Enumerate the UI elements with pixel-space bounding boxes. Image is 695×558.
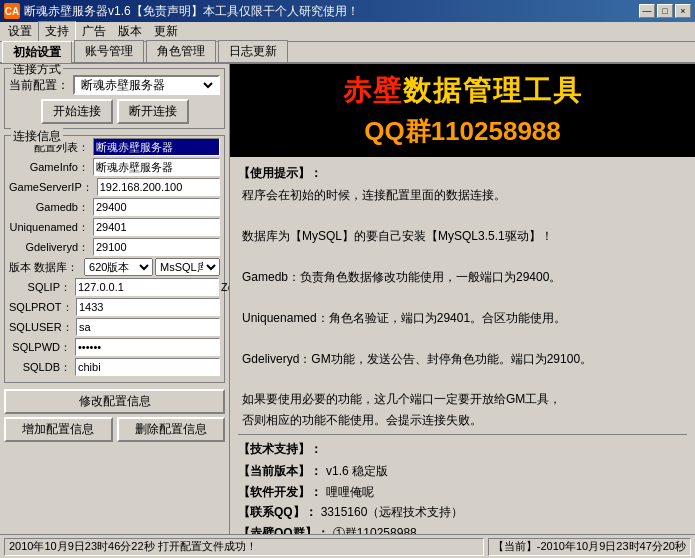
tech-line-3: 【联系QQ】： 3315160（远程技术支持） bbox=[238, 502, 687, 522]
zone-label: Zone： bbox=[221, 280, 230, 295]
usage-line-1: 程序会在初始的时候，连接配置里面的数据连接。 bbox=[242, 185, 687, 205]
gameserverip-value: 192.168.200.100 bbox=[97, 178, 220, 196]
app-icon: CA bbox=[4, 3, 20, 19]
usage-line-6 bbox=[242, 287, 687, 307]
banner-title-part1: 赤壁 bbox=[343, 75, 403, 106]
current-config-label: 当前配置： bbox=[9, 77, 69, 94]
tech-label-2: 【软件开发】： bbox=[238, 482, 322, 502]
menu-ads[interactable]: 广告 bbox=[76, 22, 112, 41]
tech-line-1: 【当前版本】： v1.6 稳定版 bbox=[238, 461, 687, 481]
connect-buttons: 开始连接 断开连接 bbox=[9, 99, 220, 124]
gamedb-value: 29400 bbox=[93, 198, 220, 216]
sqlpwd-row: SQLPWD： bbox=[9, 338, 220, 356]
sqluser-label: SQLUSER： bbox=[9, 320, 72, 335]
maximize-button[interactable]: □ bbox=[657, 4, 673, 18]
menu-bar: 设置 支持 广告 版本 更新 bbox=[0, 22, 695, 42]
sqlprot-input[interactable] bbox=[76, 298, 220, 316]
uniquenamed-row: Uniquenamed： 29401 bbox=[9, 218, 220, 236]
status-bar: 2010年10月9日23时46分22秒 打开配置文件成功！ 【当前】-2010年… bbox=[0, 534, 695, 558]
gameinfo-row: GameInfo： 断魂赤壁服务器 bbox=[9, 158, 220, 176]
bottom-buttons: 修改配置信息 增加配置信息 删除配置信息 bbox=[4, 389, 225, 442]
menu-update[interactable]: 更新 bbox=[148, 22, 184, 41]
tab-role-mgmt[interactable]: 角色管理 bbox=[146, 40, 216, 62]
sqldb-label: SQLDB： bbox=[9, 360, 71, 375]
version-db-label: 版本 数据库： bbox=[9, 260, 78, 275]
usage-line-5: Gamedb：负责角色数据修改功能使用，一般端口为29400。 bbox=[242, 267, 687, 287]
usage-line-9: Gdeliveryd：GM功能，发送公告、封停角色功能。端口为29100。 bbox=[242, 349, 687, 369]
tab-account-mgmt[interactable]: 账号管理 bbox=[74, 40, 144, 62]
menu-settings[interactable]: 设置 bbox=[2, 22, 38, 41]
sqlip-row: SQLIP： Zone： bbox=[9, 278, 220, 296]
tech-label-3: 【联系QQ】： bbox=[238, 502, 317, 522]
tab-initial-setup[interactable]: 初始设置 bbox=[2, 41, 72, 63]
banner-title: 赤壁数据管理工具 bbox=[238, 72, 687, 110]
current-config-row: 当前配置： 断魂赤壁服务器 bbox=[9, 75, 220, 95]
connection-info-title: 连接信息 bbox=[11, 128, 63, 145]
sqlpwd-input[interactable] bbox=[75, 338, 220, 356]
menu-support[interactable]: 支持 bbox=[38, 21, 76, 42]
config-dropdown[interactable]: 断魂赤壁服务器 bbox=[73, 75, 220, 95]
window-title: 断魂赤壁服务器v1.6【免责声明】本工具仅限干个人研究使用！ bbox=[24, 3, 639, 20]
gdeliveryd-value: 29100 bbox=[93, 238, 220, 256]
left-panel: 连接方式 当前配置： 断魂赤壁服务器 开始连接 断开连接 连接信息 配置列表： … bbox=[0, 64, 230, 534]
usage-line-10 bbox=[242, 369, 687, 389]
main-content: 连接方式 当前配置： 断魂赤壁服务器 开始连接 断开连接 连接信息 配置列表： … bbox=[0, 64, 695, 534]
gameserverip-row: GameServerIP： 192.168.200.100 bbox=[9, 178, 220, 196]
tech-value-1: v1.6 稳定版 bbox=[326, 461, 388, 481]
sqlprot-row: SQLPROT： bbox=[9, 298, 220, 316]
sqlip-label: SQLIP： bbox=[9, 280, 71, 295]
banner-title-part2: 数据管理工具 bbox=[403, 75, 583, 106]
close-button[interactable]: × bbox=[675, 4, 691, 18]
usage-line-2 bbox=[242, 206, 687, 226]
menu-version[interactable]: 版本 bbox=[112, 22, 148, 41]
usage-line-7: Uniquenamed：角色名验证，端口为29401。合区功能使用。 bbox=[242, 308, 687, 328]
gameinfo-label: GameInfo： bbox=[9, 160, 89, 175]
gamedb-row: Gamedb： 29400 bbox=[9, 198, 220, 216]
minimize-button[interactable]: — bbox=[639, 4, 655, 18]
usage-line-12: 否则相应的功能不能使用。会提示连接失败。 bbox=[242, 410, 687, 430]
tech-label-1: 【当前版本】： bbox=[238, 461, 322, 481]
start-connect-button[interactable]: 开始连接 bbox=[41, 99, 113, 124]
sqlprot-label: SQLPROT： bbox=[9, 300, 72, 315]
tech-value-2: 哩哩俺呢 bbox=[326, 482, 374, 502]
tech-support-title: 【技术支持】： bbox=[238, 439, 687, 459]
tech-support: 【技术支持】： 【当前版本】： v1.6 稳定版 【软件开发】： 哩哩俺呢 【联… bbox=[238, 439, 687, 534]
banner: 赤壁数据管理工具 QQ群110258988 bbox=[230, 64, 695, 157]
tab-log-update[interactable]: 日志更新 bbox=[218, 40, 288, 62]
version-db-row: 版本 数据库： 620版本 MsSQL库 bbox=[9, 258, 220, 276]
info-area: 【使用提示】： 程序会在初始的时候，连接配置里面的数据连接。 数据库为【MySQ… bbox=[230, 157, 695, 534]
tech-line-2: 【软件开发】： 哩哩俺呢 bbox=[238, 482, 687, 502]
delete-config-button[interactable]: 删除配置信息 bbox=[117, 417, 226, 442]
modify-config-button[interactable]: 修改配置信息 bbox=[4, 389, 225, 414]
sqluser-input[interactable] bbox=[76, 318, 220, 336]
db-select[interactable]: MsSQL库 bbox=[155, 258, 220, 276]
disconnect-button[interactable]: 断开连接 bbox=[117, 99, 189, 124]
tech-line-4: 【赤壁QQ群】： ①群110258988 bbox=[238, 523, 687, 534]
status-left: 2010年10月9日23时46分22秒 打开配置文件成功！ bbox=[4, 538, 484, 556]
tech-label-4: 【赤壁QQ群】： bbox=[238, 523, 329, 534]
banner-qq: QQ群110258988 bbox=[238, 114, 687, 149]
gameserverip-label: GameServerIP： bbox=[9, 180, 93, 195]
tech-value-4: ①群110258988 bbox=[333, 523, 417, 534]
gdeliveryd-label: Gdeliveryd： bbox=[9, 240, 89, 255]
sqlip-input[interactable] bbox=[75, 278, 219, 296]
sqldb-row: SQLDB： bbox=[9, 358, 220, 376]
version-select[interactable]: 620版本 bbox=[84, 258, 153, 276]
sqluser-row: SQLUSER： bbox=[9, 318, 220, 336]
config-select[interactable]: 断魂赤壁服务器 bbox=[77, 77, 216, 93]
sqldb-input[interactable] bbox=[75, 358, 220, 376]
config-list-value: 断魂赤壁服务器 bbox=[93, 138, 220, 156]
gdeliveryd-row: Gdeliveryd： 29100 bbox=[9, 238, 220, 256]
tech-value-3: 3315160（远程技术支持） bbox=[321, 502, 464, 522]
uniquenamed-value: 29401 bbox=[93, 218, 220, 236]
status-right: 【当前】-2010年10月9日23时47分20秒 bbox=[488, 538, 691, 556]
usage-line-8 bbox=[242, 328, 687, 348]
divider bbox=[238, 434, 687, 435]
connect-mode-title: 连接方式 bbox=[11, 64, 63, 78]
usage-line-3: 数据库为【MySQL】的要自己安装【MySQL3.5.1驱动】！ bbox=[242, 226, 687, 246]
usage-line-11: 如果要使用必要的功能，这几个端口一定要开放给GM工具， bbox=[242, 389, 687, 409]
tab-bar: 初始设置 账号管理 角色管理 日志更新 bbox=[0, 42, 695, 64]
add-config-button[interactable]: 增加配置信息 bbox=[4, 417, 113, 442]
usage-line-4 bbox=[242, 247, 687, 267]
sqlpwd-label: SQLPWD： bbox=[9, 340, 71, 355]
